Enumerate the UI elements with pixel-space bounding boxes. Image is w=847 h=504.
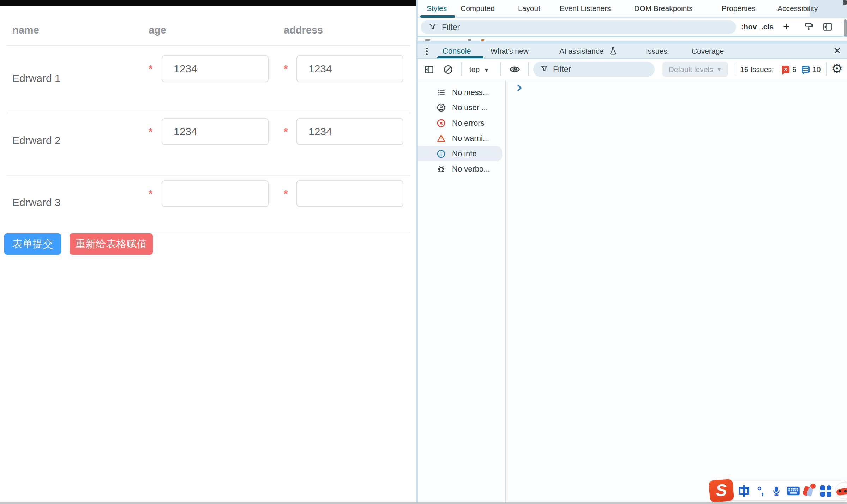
new-style-rule-button[interactable]: + [783,18,789,36]
toolbar-separator [528,62,529,76]
clear-console-icon[interactable] [443,64,453,76]
clipped-style-rule [418,37,847,41]
element-state-button[interactable]: :hov [741,18,757,36]
tab-accessibility[interactable]: Accessibility [777,0,818,17]
drawer-resize-handle[interactable] [418,41,847,44]
close-drawer-icon[interactable]: ✕ [833,44,841,58]
styles-filter-row: Filter :hov .cls + [418,18,847,36]
list-icon [437,88,446,97]
funnel-icon [428,22,437,32]
sidebar-item-user-messages[interactable]: No user ... [418,100,502,115]
address-input-row3[interactable] [296,180,403,207]
address-input-row2[interactable] [296,118,403,145]
issues-count-label[interactable]: 16 Issues: [740,59,774,80]
row-name-label: Edrward 3 [12,196,61,210]
console-sidebar-divider[interactable] [505,80,506,503]
sidebar-item-verbose[interactable]: No verbo... [418,161,502,176]
required-asterisk: * [284,63,291,75]
console-filter-placeholder: Filter [553,65,571,74]
funnel-icon [540,65,548,74]
skin-icon[interactable] [802,484,816,498]
chevron-down-icon: ▼ [717,66,722,72]
warning-icon [437,134,446,143]
row-name-label: Edrward 1 [12,71,61,85]
submit-form-button[interactable]: 表单提交 [4,233,61,255]
soft-keyboard-icon[interactable] [786,484,801,498]
tab-styles[interactable]: Styles [427,0,447,17]
age-input-row3[interactable] [162,180,269,207]
toolbar-separator [461,62,462,76]
table-bottom-divider [6,232,410,232]
verbose-bug-icon [437,164,446,174]
required-asterisk: * [149,63,156,75]
devtools-panel: Styles Computed Layout Event Listeners D… [418,0,847,504]
user-icon [437,103,446,112]
toggle-sidebar-icon[interactable] [822,22,833,34]
live-expression-eye-icon[interactable] [509,64,521,77]
chevron-down-icon: ▼ [484,67,489,73]
row-divider [6,175,410,176]
drawer-menu-icon[interactable] [425,47,428,56]
column-header-address: address [284,23,323,37]
tab-coverage[interactable]: Coverage [692,44,724,58]
styles-filter-placeholder: Filter [442,23,460,32]
row-name-label: Edrward 2 [12,133,61,148]
age-input-row2[interactable] [162,118,269,145]
age-input-row1[interactable] [162,55,269,82]
info-icon [437,149,446,158]
chinese-mode-icon[interactable] [737,484,751,498]
brush-icon[interactable] [803,22,814,34]
issue-error-badge-icon [782,66,789,73]
column-header-age: age [149,23,166,37]
toolbar-separator [826,62,827,76]
required-asterisk: * [149,188,156,200]
assign-table-button[interactable]: 重新给表格赋值 [70,233,153,255]
issue-warning-badge-icon [802,66,810,73]
sidebar-item-messages[interactable]: No mess... [418,85,502,100]
tab-ai-assistance[interactable]: AI assistance [559,44,603,58]
styles-filter-input[interactable]: Filter [421,20,736,34]
screen: name age address Edrward 1 * * Edrward 2… [0,0,847,504]
tab-computed[interactable]: Computed [461,0,495,17]
console-settings-gear-icon[interactable]: ⚙ [831,59,843,80]
console-toolbar: top ▼ Filter Default levels▼ 16 Issues: … [418,59,847,80]
toolbar-separator [735,62,735,76]
log-levels-dropdown[interactable]: Default levels▼ [662,62,728,77]
page-pane: name age address Edrward 1 * * Edrward 2… [0,0,416,504]
tab-console[interactable]: Console [443,44,471,58]
address-input-row1[interactable] [296,55,403,82]
flask-icon [608,46,618,57]
console-prompt-chevron-icon[interactable] [515,83,524,94]
tab-properties[interactable]: Properties [722,0,756,17]
tab-layout[interactable]: Layout [518,0,540,17]
selected-tab-underline [420,15,455,18]
console-body: No mess... No user ... No errors No warn… [418,80,847,503]
sogou-logo-icon[interactable]: S [709,479,734,503]
tab-event-listeners[interactable]: Event Listeners [560,0,611,17]
add-class-button[interactable]: .cls [761,18,774,36]
required-asterisk: * [149,126,156,138]
sidebar-item-info[interactable]: No info [418,146,502,161]
toolbox-grid-icon[interactable] [819,484,833,498]
console-filter-input[interactable]: Filter [533,62,655,77]
error-icon [437,119,446,128]
header-divider [6,45,410,46]
tab-whats-new[interactable]: What's new [491,44,529,58]
tab-dom-breakpoints[interactable]: DOM Breakpoints [634,0,693,17]
page-top-black-bar [0,0,416,6]
sidebar-item-warnings[interactable]: No warni... [418,131,502,146]
console-sidebar-toggle-icon[interactable] [424,64,434,76]
tab-issues[interactable]: Issues [646,44,667,58]
sidebar-item-errors[interactable]: No errors [418,115,502,131]
column-header-name: name [12,23,39,37]
issue-error-count: 6 [792,59,797,80]
window-bottom-edge [0,502,847,504]
context-selector[interactable]: top ▼ [469,59,489,80]
scrollbar-top-blob[interactable] [843,0,847,5]
row-divider [6,113,410,113]
microphone-icon[interactable] [769,484,783,498]
issue-warning-count: 10 [812,59,821,80]
punctuation-icon[interactable]: °, [753,484,767,498]
toolbar-separator [500,62,501,76]
required-asterisk: * [284,126,291,138]
